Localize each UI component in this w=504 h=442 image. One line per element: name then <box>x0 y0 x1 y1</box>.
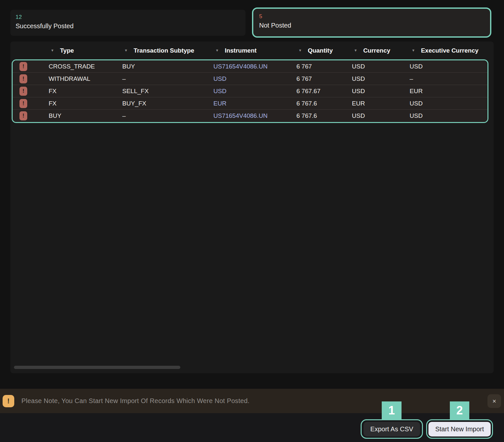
posted-label: Successfully Posted <box>16 22 240 30</box>
error-icon: ! <box>19 87 27 96</box>
annotation-badge-2: 2 <box>450 401 469 419</box>
cell-quantity: 6 767.6 <box>294 100 349 107</box>
error-icon: ! <box>19 111 27 120</box>
column-header-transaction-subtype[interactable]: ▼ Transaction Subtype <box>120 47 211 54</box>
cell-type: FX <box>46 100 120 107</box>
chevron-down-icon[interactable]: ▼ <box>51 49 54 52</box>
cell-instrument-link[interactable]: US71654V4086.UN <box>211 63 294 70</box>
not-posted-label: Not Posted <box>259 22 484 29</box>
cell-subtype: – <box>120 112 211 119</box>
posted-summary-card[interactable]: 12 Successfully Posted <box>10 10 246 36</box>
cell-type: WITHDRAWAL <box>46 75 120 82</box>
warning-icon: ! <box>3 395 14 407</box>
cell-quantity: 6 767 <box>294 63 349 70</box>
column-label: Type <box>60 47 74 54</box>
close-icon[interactable]: × <box>487 394 501 408</box>
error-icon: ! <box>19 99 27 108</box>
cell-instrument-link[interactable]: USD <box>211 88 294 95</box>
column-label: Currency <box>363 47 390 54</box>
table-row[interactable]: ! WITHDRAWAL – USD 6 767 USD – <box>13 73 487 85</box>
cell-executive-currency: USD <box>407 63 487 70</box>
start-new-import-highlight-ring: Start New Import <box>426 419 493 439</box>
export-csv-highlight-ring: Export As CSV <box>361 419 423 439</box>
annotation-badge-1: 1 <box>382 401 402 419</box>
error-icon: ! <box>19 74 27 83</box>
column-label: Transaction Subtype <box>134 47 194 54</box>
export-csv-button[interactable]: Export As CSV <box>364 422 420 436</box>
cell-currency: USD <box>349 112 407 119</box>
cell-type: FX <box>46 88 120 95</box>
cell-instrument-link[interactable]: US71654V4086.UN <box>211 112 294 119</box>
table-row[interactable]: ! FX SELL_FX USD 6 767.67 USD EUR <box>13 85 487 97</box>
records-table-panel: ▼ Type ▼ Transaction Subtype ▼ Instrumen… <box>10 42 494 373</box>
column-header-currency[interactable]: ▼ Currency <box>349 47 407 54</box>
column-header-quantity[interactable]: ▼ Quantity <box>294 47 349 54</box>
column-header-type[interactable]: ▼ Type <box>46 47 120 54</box>
chevron-down-icon[interactable]: ▼ <box>124 49 128 52</box>
horizontal-scrollbar-thumb[interactable] <box>14 366 180 369</box>
cell-type: BUY <box>46 112 120 119</box>
cell-instrument-link[interactable]: USD <box>211 75 294 82</box>
cell-executive-currency: EUR <box>407 88 487 95</box>
notification-bar: ! Please Note, You Can Start New Import … <box>0 389 504 413</box>
start-new-import-button[interactable]: Start New Import <box>428 422 491 436</box>
column-label: Executive Currency <box>421 47 478 54</box>
cell-quantity: 6 767 <box>294 75 349 82</box>
cell-subtype: BUY <box>120 63 211 70</box>
posted-count: 12 <box>16 14 240 20</box>
not-posted-rows-group: ! CROSS_TRADE BUY US71654V4086.UN 6 767 … <box>12 59 488 123</box>
not-posted-count: 5 <box>259 13 484 20</box>
cell-subtype: BUY_FX <box>120 100 211 107</box>
table-row[interactable]: ! CROSS_TRADE BUY US71654V4086.UN 6 767 … <box>13 60 487 73</box>
column-label: Quantity <box>308 47 333 54</box>
chevron-down-icon[interactable]: ▼ <box>354 49 357 52</box>
error-icon: ! <box>19 62 27 71</box>
cell-subtype: SELL_FX <box>120 88 211 95</box>
column-label: Instrument <box>225 47 257 54</box>
chevron-down-icon[interactable]: ▼ <box>215 49 219 52</box>
table-header-row: ▼ Type ▼ Transaction Subtype ▼ Instrumen… <box>10 42 494 59</box>
cell-instrument-link[interactable]: EUR <box>211 100 294 107</box>
cell-currency: USD <box>349 75 407 82</box>
notification-message: Please Note, You Can Start New Import Of… <box>21 397 249 405</box>
column-header-instrument[interactable]: ▼ Instrument <box>211 47 294 54</box>
chevron-down-icon[interactable]: ▼ <box>298 49 302 52</box>
cell-subtype: – <box>120 75 211 82</box>
cell-currency: EUR <box>349 100 407 107</box>
cell-quantity: 6 767.6 <box>294 112 349 119</box>
table-row[interactable]: ! BUY – US71654V4086.UN 6 767.6 USD USD <box>13 110 487 122</box>
import-results-screen: 12 Successfully Posted 5 Not Posted ▼ Ty… <box>0 0 504 442</box>
cell-executive-currency: – <box>407 75 487 82</box>
cell-type: CROSS_TRADE <box>46 63 120 70</box>
cell-executive-currency: USD <box>407 112 487 119</box>
table-row[interactable]: ! FX BUY_FX EUR 6 767.6 EUR USD <box>13 97 487 110</box>
not-posted-summary-card[interactable]: 5 Not Posted <box>252 7 491 38</box>
cell-currency: USD <box>349 63 407 70</box>
cell-executive-currency: USD <box>407 100 487 107</box>
column-header-executive-currency[interactable]: ▼ Executive Currency <box>407 47 494 54</box>
cell-currency: USD <box>349 88 407 95</box>
cell-quantity: 6 767.67 <box>294 88 349 95</box>
chevron-down-icon[interactable]: ▼ <box>412 49 415 52</box>
